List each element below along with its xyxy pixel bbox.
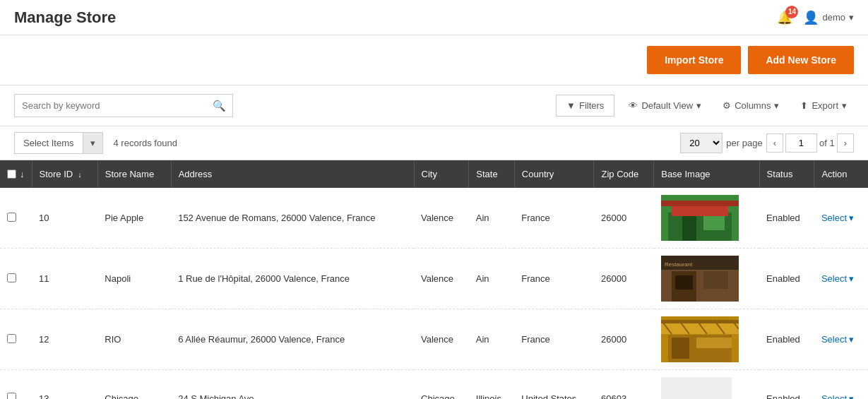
select-items-control: Select Items ▾ xyxy=(14,132,103,154)
svg-rect-14 xyxy=(661,320,739,323)
store-image-placeholder xyxy=(661,377,732,399)
columns-dropdown-icon: ▾ xyxy=(774,100,779,111)
table-row: 10Pie Apple152 Avenue de Romans, 26000 V… xyxy=(0,188,868,249)
row-checkbox-cell xyxy=(0,309,32,370)
store-id-cell: 13 xyxy=(32,370,97,400)
store-name-cell: Napoli xyxy=(97,249,171,309)
row-checkbox[interactable] xyxy=(7,213,16,222)
country-cell: France xyxy=(514,309,594,370)
per-page-label: per page xyxy=(726,138,762,148)
country-cell: France xyxy=(514,188,594,249)
action-cell: Select ▾ xyxy=(814,188,868,249)
store-name-cell: RIO xyxy=(97,309,171,370)
header-country: Country xyxy=(514,160,594,188)
header-store-name: Store Name xyxy=(97,160,171,188)
state-cell: Ain xyxy=(469,309,514,370)
per-page-control: 20 50 100 per page xyxy=(680,133,762,153)
store-id-cell: 12 xyxy=(32,309,97,370)
table-row: 12RIO6 Allée Réaumur, 26000 Valence, Fra… xyxy=(0,309,868,370)
notification-bell[interactable]: 🔔 14 xyxy=(777,10,792,25)
action-cell: Select ▾ xyxy=(814,309,868,370)
search-box: 🔍 xyxy=(14,94,233,117)
store-id-cell: 10 xyxy=(32,188,97,249)
svg-rect-9 xyxy=(703,271,728,289)
store-name-cell: Chicago xyxy=(97,370,171,400)
columns-label: Columns xyxy=(735,100,771,111)
sub-toolbar-left: Select Items ▾ 4 records found xyxy=(14,132,177,154)
address-cell: 24 S Michigan Ave xyxy=(171,370,414,400)
sort-icon: ↓ xyxy=(20,169,25,179)
top-bar: Manage Store 🔔 14 👤 demo ▾ xyxy=(0,0,868,35)
city-cell: Valence xyxy=(414,188,469,249)
row-checkbox[interactable] xyxy=(7,273,16,282)
gear-icon: ⚙ xyxy=(723,100,731,111)
page-number-input[interactable] xyxy=(785,133,817,153)
user-menu[interactable]: 👤 demo ▾ xyxy=(803,10,854,25)
next-page-button[interactable]: › xyxy=(837,133,854,153)
top-bar-right: 🔔 14 👤 demo ▾ xyxy=(777,10,854,25)
select-items-label: Select Items xyxy=(15,133,83,153)
address-cell: 152 Avenue de Romans, 26000 Valence, Fra… xyxy=(171,188,414,249)
status-cell: Enabled xyxy=(759,249,814,309)
store-name-cell: Pie Apple xyxy=(97,188,171,249)
stores-table: ↓ Store ID↓ Store Name Address City Stat… xyxy=(0,160,868,399)
zip-cell: 26000 xyxy=(594,188,654,249)
action-dropdown-icon: ▾ xyxy=(849,393,854,400)
store-image xyxy=(661,195,739,241)
svg-rect-4 xyxy=(703,216,725,230)
search-input[interactable] xyxy=(14,94,233,117)
header-state: State xyxy=(469,160,514,188)
store-id-cell: 11 xyxy=(32,249,97,309)
zip-cell: 60603 xyxy=(594,370,654,400)
action-cell: Select ▾ xyxy=(814,370,868,400)
header-base-image: Base Image xyxy=(654,160,759,188)
select-action-button[interactable]: Select ▾ xyxy=(821,334,861,345)
export-button[interactable]: ⬆ Export ▾ xyxy=(793,95,854,116)
sub-toolbar: Select Items ▾ 4 records found 20 50 100… xyxy=(0,126,868,160)
state-cell: Ain xyxy=(469,249,514,309)
image-cell xyxy=(654,370,759,400)
search-icon[interactable]: 🔍 xyxy=(213,100,226,112)
select-label: Select xyxy=(821,273,847,284)
city-cell: Valence xyxy=(414,249,469,309)
view-dropdown-icon: ▾ xyxy=(696,100,701,111)
export-label: Export xyxy=(811,100,838,111)
select-action-button[interactable]: Select ▾ xyxy=(821,213,861,223)
select-action-button[interactable]: Select ▾ xyxy=(821,273,861,284)
select-items-dropdown-button[interactable]: ▾ xyxy=(83,133,102,153)
add-new-store-button[interactable]: Add New Store xyxy=(748,46,854,74)
default-view-button[interactable]: 👁 Default View ▾ xyxy=(622,95,708,116)
select-label: Select xyxy=(821,213,847,223)
zip-cell: 26000 xyxy=(594,249,654,309)
row-checkbox[interactable] xyxy=(7,334,16,343)
action-dropdown-icon: ▾ xyxy=(849,273,854,284)
row-checkbox[interactable] xyxy=(7,393,16,399)
prev-page-button[interactable]: ‹ xyxy=(766,133,783,153)
page-title: Manage Store xyxy=(14,8,116,27)
table-row: 13Chicago24 S Michigan AveChicagoIllinoi… xyxy=(0,370,868,400)
user-dropdown-icon: ▾ xyxy=(849,12,854,23)
status-cell: Enabled xyxy=(759,309,814,370)
row-checkbox-cell xyxy=(0,188,32,249)
user-avatar-icon: 👤 xyxy=(803,10,819,25)
header-address: Address xyxy=(171,160,414,188)
header-status: Status xyxy=(759,160,814,188)
header-checkbox-col: ↓ xyxy=(0,160,32,188)
store-id-sort-icon: ↓ xyxy=(78,170,82,179)
import-store-button[interactable]: Import Store xyxy=(647,46,741,74)
select-action-button[interactable]: Select ▾ xyxy=(821,393,861,400)
per-page-select[interactable]: 20 50 100 xyxy=(680,133,723,153)
toolbar: 🔍 ▼ Filters 👁 Default View ▾ ⚙ Columns ▾… xyxy=(0,85,868,126)
pagination: 20 50 100 per page ‹ of 1 › xyxy=(680,133,854,153)
header-store-id: Store ID↓ xyxy=(32,160,97,188)
country-cell: France xyxy=(514,249,594,309)
zip-cell: 26000 xyxy=(594,309,654,370)
select-all-checkbox[interactable] xyxy=(7,169,16,179)
filters-label: Filters xyxy=(579,100,604,111)
notification-badge: 14 xyxy=(785,6,798,18)
svg-text:Restaurant: Restaurant xyxy=(665,261,693,268)
columns-button[interactable]: ⚙ Columns ▾ xyxy=(715,95,786,116)
filters-button[interactable]: ▼ Filters xyxy=(556,95,614,117)
row-checkbox-cell xyxy=(0,370,32,400)
page-nav: ‹ of 1 › xyxy=(766,133,854,153)
